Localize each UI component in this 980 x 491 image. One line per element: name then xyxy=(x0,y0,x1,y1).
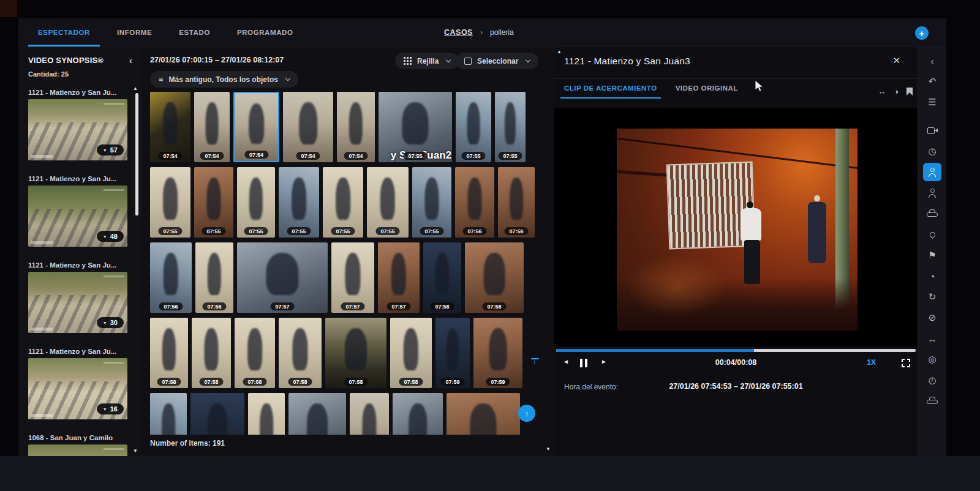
detection-thumbnail[interactable] xyxy=(190,393,244,435)
detection-thumbnail[interactable]: 07:56 xyxy=(195,242,233,313)
vehicle-filter-icon[interactable] xyxy=(923,204,941,223)
detection-thumbnail[interactable]: 07:54 xyxy=(233,92,279,162)
detection-thumbnail[interactable]: 07:55 xyxy=(194,167,233,238)
person-attributes-icon[interactable] xyxy=(923,184,941,202)
detection-thumbnail[interactable]: 07:57 xyxy=(237,242,328,313)
clip-tab[interactable]: VIDEO ORIGINAL xyxy=(676,84,738,99)
thumbnail-row xyxy=(150,393,535,435)
scroll-up-icon[interactable]: ▲ xyxy=(133,86,138,91)
detection-thumbnail[interactable]: 07:54 xyxy=(150,92,190,162)
speed-filter-icon[interactable]: ◔ xyxy=(923,267,941,285)
detection-thumbnail[interactable] xyxy=(288,393,346,435)
camera-thumbnail[interactable]: ▼ 48 xyxy=(28,186,127,247)
pause-button[interactable] xyxy=(580,359,587,367)
scroll-down-icon[interactable]: ▼ xyxy=(546,446,551,452)
camera-synopsis-item[interactable]: 1121 - Matienzo y San Ju... ▼ 48 xyxy=(28,175,132,247)
camera-synopsis-item[interactable]: 1121 - Matienzo y San Ju... ▼ 30 xyxy=(28,261,132,333)
camera-synopsis-item[interactable]: 1121 - Matienzo y San Ju... ▼ 16 xyxy=(28,348,132,419)
detection-thumbnail[interactable]: 07:58 xyxy=(325,318,386,388)
detection-thumbnail[interactable]: 07:55 xyxy=(279,167,319,238)
detection-thumbnail[interactable] xyxy=(350,393,389,435)
detection-thumbnail[interactable] xyxy=(393,393,443,435)
time-filter-icon[interactable]: ◷ xyxy=(923,142,941,160)
detection-thumbnail[interactable]: 07:56 xyxy=(455,167,494,238)
detection-thumbnail[interactable]: 07:58 xyxy=(235,318,275,388)
truck-filter-icon[interactable] xyxy=(923,392,941,410)
main-tab[interactable]: ESTADO xyxy=(179,18,210,47)
main-tab[interactable]: PROGRAMADO xyxy=(237,18,293,47)
collapse-sidebar-icon[interactable]: ‹ xyxy=(129,55,132,66)
fullscreen-icon[interactable] xyxy=(902,359,910,367)
person-filter-icon[interactable] xyxy=(923,163,941,181)
select-dropdown[interactable]: Seleccionar xyxy=(456,53,538,69)
undo-icon[interactable]: ↶ xyxy=(923,72,941,91)
camera-synopsis-item[interactable]: 1068 - San Juan y Camilo ▼ xyxy=(28,434,132,456)
playback-progress-bar[interactable] xyxy=(556,349,916,352)
close-icon[interactable]: ✕ xyxy=(892,55,900,66)
detection-thumbnail[interactable]: 07:56 xyxy=(150,242,192,313)
detection-thumbnail[interactable]: 07:55 xyxy=(412,167,451,238)
detection-thumbnail[interactable]: 07:57 xyxy=(331,242,374,313)
detection-thumbnail[interactable]: 07:54 xyxy=(283,92,333,162)
board-icon[interactable]: ⚑ xyxy=(923,246,941,264)
alarm-icon[interactable]: ◴ xyxy=(923,371,941,389)
scroll-to-top-button[interactable]: ↑ xyxy=(518,405,535,422)
video-frame[interactable] xyxy=(617,129,858,331)
detection-thumbnail[interactable]: 07:58 xyxy=(279,318,322,388)
duration-filter-icon[interactable]: ↻ xyxy=(923,288,941,306)
sidebar-title: VIDEO SYNOPSIS® xyxy=(28,56,104,65)
breadcrumb-cases-link[interactable]: CASOS xyxy=(444,28,473,37)
detection-thumbnail[interactable] xyxy=(150,393,187,435)
collapse-panel-icon[interactable]: ‹ xyxy=(923,51,941,70)
detection-thumbnail[interactable]: 07:58 xyxy=(390,318,432,388)
main-tab[interactable]: ESPECTADOR xyxy=(38,18,90,47)
resize-panel-icon[interactable]: ↔ xyxy=(878,87,886,96)
event-list-icon[interactable]: ☰ xyxy=(923,93,941,111)
step-forward-button[interactable]: ► xyxy=(601,358,607,365)
detection-thumbnail[interactable]: 07:55 xyxy=(237,167,275,238)
add-button[interactable]: + xyxy=(915,26,929,40)
detection-thumbnail[interactable] xyxy=(447,393,520,435)
main-tab[interactable]: INFORME xyxy=(117,18,152,47)
playback-speed-button[interactable]: 1X xyxy=(867,358,876,367)
camera-thumbnail[interactable]: ▼ xyxy=(28,444,127,456)
camera-thumbnail[interactable]: ▼ 30 xyxy=(28,272,127,333)
tab-label: PROGRAMADO xyxy=(237,29,293,36)
view-mode-dropdown[interactable]: Rejilla xyxy=(395,53,459,69)
video-camera-icon[interactable] xyxy=(923,121,941,140)
detection-thumbnail[interactable]: y San Juan2 07:55 xyxy=(379,92,452,162)
compare-icon[interactable]: ◑ xyxy=(894,87,899,96)
sort-filter-dropdown[interactable]: ≡ Más antiguo, Todos los objetos xyxy=(150,71,298,88)
detection-thumbnail[interactable]: 07:58 xyxy=(465,242,524,313)
color-filter-icon[interactable] xyxy=(923,225,941,244)
direction-filter-icon[interactable]: ⊘ xyxy=(923,309,941,327)
detection-thumbnail[interactable]: 07:55 xyxy=(495,92,526,162)
camera-thumbnail[interactable]: ▼ 16 xyxy=(28,358,127,419)
camera-synopsis-item[interactable]: 1121 - Matienzo y San Ju... ▼ 57 xyxy=(28,89,132,160)
detection-thumbnail[interactable]: 07:55 xyxy=(323,167,363,238)
detection-thumbnail[interactable]: 07:55 xyxy=(367,167,409,238)
detection-thumbnail[interactable]: 07:59 xyxy=(435,318,470,388)
clip-tab[interactable]: CLIP DE ACERCAMIENTO xyxy=(564,84,657,99)
bookmark-icon[interactable] xyxy=(907,88,913,96)
detection-thumbnail[interactable]: 07:57 xyxy=(378,242,420,313)
detection-thumbnail[interactable]: 07:58 xyxy=(423,242,461,313)
scroll-up-icon[interactable]: ▲ xyxy=(557,49,562,54)
detection-thumbnail[interactable]: 07:58 xyxy=(192,318,231,388)
detection-thumbnail[interactable]: 07:55 xyxy=(150,167,190,238)
detection-thumbnail[interactable]: 07:54 xyxy=(194,92,230,162)
detection-thumbnail[interactable]: 07:55 xyxy=(456,92,491,162)
detection-thumbnail[interactable]: 07:54 xyxy=(337,92,375,162)
detection-time: 07:54 xyxy=(244,151,268,159)
contrast-filter-icon[interactable]: ◎ xyxy=(923,350,941,369)
thumbnail-row: 07:56 07:56 07:57 07:57 xyxy=(150,242,535,313)
sidebar-scrollbar-thumb[interactable] xyxy=(135,93,138,216)
detection-thumbnail[interactable]: 07:56 xyxy=(498,167,535,238)
size-filter-icon[interactable]: ↔ xyxy=(923,329,941,348)
camera-thumbnail[interactable]: ▼ 57 xyxy=(28,99,127,160)
detection-thumbnail[interactable]: 07:58 xyxy=(150,318,188,388)
step-back-button[interactable]: ◄ xyxy=(563,358,569,365)
detection-thumbnail[interactable]: 07:59 xyxy=(473,318,522,388)
detection-thumbnail[interactable] xyxy=(248,393,285,435)
scroll-down-icon[interactable]: ▼ xyxy=(133,448,138,454)
